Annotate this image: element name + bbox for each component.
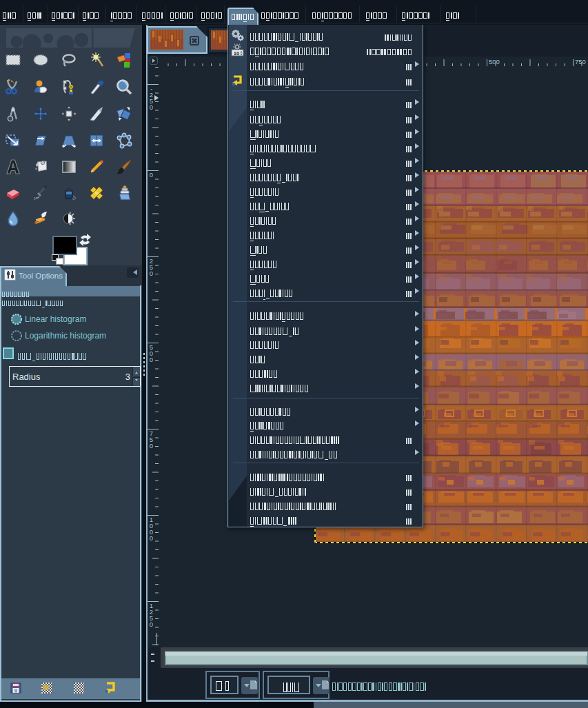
svg-text:10: 10: [234, 50, 239, 57]
